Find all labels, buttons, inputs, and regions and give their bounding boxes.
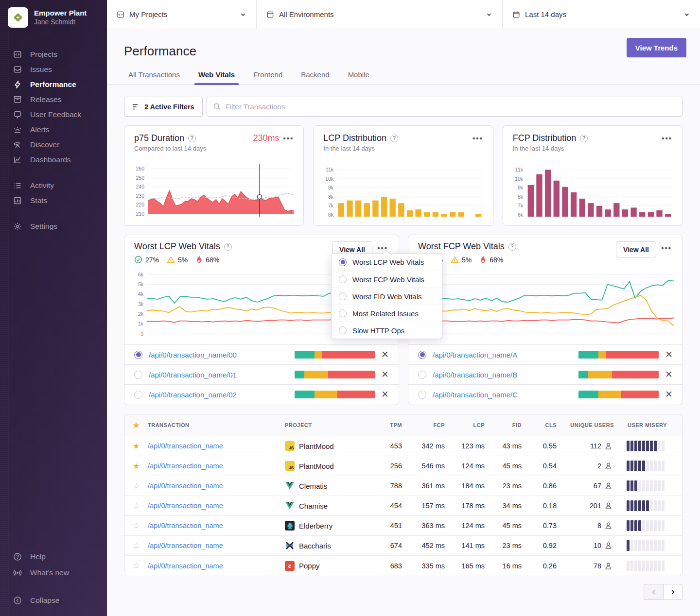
sidebar-item-stats[interactable]: Stats [0,193,107,208]
poor-badge: 68% [479,256,503,264]
transaction-link[interactable]: /api/0/transaction_name/01 [149,371,237,379]
help-icon[interactable]: ? [508,243,516,251]
card-menu-button[interactable]: ••• [283,136,294,141]
transaction-link[interactable]: /api/0/transaction_name [148,542,285,549]
vital-row-radio[interactable] [418,371,426,379]
sidebar-item-user-feedback[interactable]: User Feedback [0,107,107,122]
project-cell[interactable]: ePoppy [285,561,383,571]
col-user-misery: User Misery [625,422,682,428]
project-cell[interactable]: JSPlantMood [285,461,383,471]
sidebar-item-discover[interactable]: Discover [0,137,107,152]
menu-item-worst-fid[interactable]: Worst FID Web Vitals [332,288,442,305]
sidebar-item-performance[interactable]: Performance [0,77,107,92]
star-toggle[interactable]: ☆ [124,481,148,491]
transaction-link[interactable]: /api/0/transaction_name [148,462,285,470]
project-cell[interactable]: Baccharis [285,541,383,550]
transaction-link[interactable]: /api/0/transaction_name [148,502,285,510]
help-icon[interactable]: ? [224,243,232,251]
vital-row-radio[interactable] [418,351,426,359]
close-icon[interactable]: ✕ [665,351,673,359]
lcp-distribution-card: LCP Distribution ? ••• In the last 14 da… [313,125,493,226]
vital-row-radio[interactable] [134,391,142,399]
transaction-link[interactable]: /api/0/transaction_name [148,482,285,490]
previous-page-button[interactable] [644,584,663,600]
vital-row-radio[interactable] [134,351,142,359]
view-all-button[interactable]: View All [616,241,656,257]
menu-item-worst-fcp[interactable]: Worst FCP Web Vitals [332,271,442,288]
star-toggle[interactable]: ☆ [124,561,148,571]
close-icon[interactable]: ✕ [381,351,389,359]
project-cell[interactable]: JSPlantMood [285,441,383,451]
user-icon [605,462,612,470]
active-filters-button[interactable]: 2 Active Filters [124,97,203,117]
tab-backend[interactable]: Backend [300,70,330,85]
close-icon[interactable]: ✕ [381,371,389,378]
empower-plant-logo-icon [12,11,24,24]
star-toggle[interactable]: ★ [124,441,148,451]
transaction-link[interactable]: /api/0/transaction_name [148,562,285,570]
sidebar-item-whats-new[interactable]: What’s new [0,565,107,581]
card-title: Worst LCP Web Vitals [134,241,220,252]
sidebar-item-projects[interactable]: Projects [0,47,107,62]
environment-selector-label: All Environments [279,10,334,18]
tab-all-transactions[interactable]: All Transactions [127,70,181,85]
vital-row-radio[interactable] [134,371,142,379]
menu-radio [339,309,347,317]
sidebar-item-releases[interactable]: Releases [0,92,107,107]
close-icon[interactable]: ✕ [381,391,389,398]
environment-selector[interactable]: All Environments [257,0,503,29]
project-cell[interactable]: Chamise [285,501,383,510]
table-row: ★/api/0/transaction_nameJSPlantMood45334… [124,436,682,456]
transaction-link[interactable]: /api/0/transaction_name/B [433,371,517,379]
vitals-stacked-bar [295,351,375,359]
next-page-button[interactable] [663,584,682,600]
project-cell[interactable]: Clematis [285,481,383,490]
discover-icon [13,140,22,149]
vital-row-radio[interactable] [418,391,426,399]
org-switcher[interactable]: Empower Plant Jane Schmidt [0,0,107,35]
transaction-link[interactable]: /api/0/transaction_name [148,522,285,530]
star-toggle[interactable]: ☆ [124,501,148,511]
sidebar-item-alerts[interactable]: Alerts [0,122,107,137]
project-cell[interactable]: Elderberry [285,521,383,530]
menu-item-worst-lcp[interactable]: Worst LCP Web Vitals [332,254,442,271]
date-range-selector[interactable]: Last 14 days [503,0,700,29]
sidebar-item-dashboards[interactable]: Dashboards [0,152,107,167]
card-menu-button[interactable]: ••• [661,246,672,251]
tab-web-vitals[interactable]: Web Vitals [197,70,236,85]
transaction-link[interactable]: /api/0/transaction_name/A [433,351,517,359]
transaction-link[interactable]: /api/0/transaction_name [148,442,285,450]
sidebar-item-activity[interactable]: Activity [0,178,107,193]
tab-frontend[interactable]: Frontend [252,70,283,85]
project-selector[interactable]: My Projects [107,0,257,29]
sidebar-item-issues[interactable]: Issues [0,62,107,77]
table-row: ☆/api/0/transaction_nameClematis788361 m… [124,476,682,496]
card-menu-button[interactable]: ••• [662,136,672,141]
menu-item-slow-http-ops[interactable]: Slow HTTP Ops [332,322,442,339]
close-icon[interactable]: ✕ [665,371,673,378]
help-icon[interactable]: ? [390,135,398,142]
star-toggle[interactable]: ☆ [124,521,148,531]
menu-item-label: Worst FCP Web Vitals [352,275,424,284]
close-icon[interactable]: ✕ [665,391,673,398]
star-toggle[interactable]: ☆ [124,541,148,551]
transaction-link[interactable]: /api/0/transaction_name/00 [149,351,237,359]
user-misery-bars [625,540,682,551]
fcp-value: 342 ms [413,442,455,450]
menu-item-most-related-issues[interactable]: Most Related Issues [332,305,442,322]
sidebar-collapse-button[interactable]: Collapse [0,592,107,608]
view-trends-button[interactable]: View Trends [627,38,686,57]
help-icon[interactable]: ? [580,135,588,142]
help-icon[interactable]: ? [188,135,196,142]
search-input[interactable] [207,97,682,117]
sidebar-item-help[interactable]: Help [0,548,107,565]
transaction-link[interactable]: /api/0/transaction_name/C [433,391,518,399]
card-menu-button[interactable]: ••• [472,136,483,141]
sidebar-item-settings[interactable]: Settings [0,219,107,234]
top-filter-bar: My Projects All Environments Last 14 day… [107,0,700,29]
good-badge: 27% [134,256,159,264]
tab-mobile[interactable]: Mobile [347,70,370,85]
javascript-platform-icon: JS [285,461,295,471]
star-toggle[interactable]: ★ [124,461,148,471]
transaction-link[interactable]: /api/0/transaction_name/02 [149,391,237,399]
